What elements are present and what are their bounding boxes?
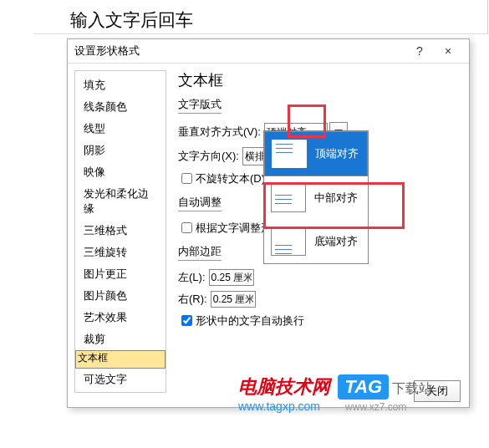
sidebar: 填充线条颜色线型阴影映像发光和柔化边缘三维格式三维旋转图片更正图片颜色艺术效果裁… — [74, 70, 166, 393]
help-button[interactable]: ? — [405, 42, 434, 60]
sidebar-item-11[interactable]: 裁剪 — [75, 328, 166, 350]
autofit-checkbox[interactable] — [181, 222, 192, 233]
dropdown-option-label: 顶端对齐 — [315, 146, 359, 161]
group-margin: 内部边距 — [178, 244, 222, 261]
titlebar: 设置形状格式 ? × — [68, 39, 469, 64]
watermark-tag: TAG — [338, 374, 389, 400]
sidebar-item-1[interactable]: 线条颜色 — [75, 96, 166, 118]
wrap-checkbox[interactable] — [181, 315, 192, 326]
autofit-label: 根据文字调整形 — [196, 221, 272, 236]
watermark-brand: 电脑技术网 — [238, 376, 330, 397]
highlight-dropdown — [288, 104, 326, 138]
group-text-layout: 文字版式 — [178, 97, 222, 114]
sidebar-item-0[interactable]: 填充 — [75, 74, 166, 96]
sidebar-item-5[interactable]: 发光和柔化边缘 — [75, 183, 166, 220]
divider — [33, 33, 489, 34]
page-header: 输入文字后回车 — [70, 8, 193, 32]
sidebar-item-3[interactable]: 阴影 — [75, 140, 166, 161]
no-rotate-label: 不旋转文本(D) — [196, 171, 265, 186]
divider — [487, 0, 488, 33]
margin-left-label: 左(L): — [178, 270, 206, 285]
valign-label: 垂直对齐方式(V): — [178, 125, 261, 140]
sidebar-item-13[interactable]: 可选文字 — [75, 369, 166, 390]
no-rotate-checkbox[interactable] — [181, 173, 192, 184]
sidebar-item-4[interactable]: 映像 — [75, 161, 166, 183]
close-button[interactable]: × — [434, 42, 462, 60]
sidebar-item-12[interactable]: 文本框 — [75, 350, 166, 369]
direction-label: 文字方向(X): — [178, 149, 239, 164]
highlight-middle-option — [263, 182, 405, 229]
group-autofit: 自动调整 — [178, 195, 222, 211]
margin-right-input[interactable] — [211, 291, 256, 308]
watermark-url2: www.xz7.com — [345, 401, 406, 413]
panel-title: 文本框 — [178, 70, 461, 90]
dialog-title: 设置形状格式 — [74, 43, 405, 59]
wrap-label: 形状中的文字自动换行 — [196, 313, 304, 328]
dropdown-option-0[interactable]: 顶端对齐 — [264, 131, 368, 176]
margin-right-label: 右(R): — [178, 292, 207, 307]
watermark-url1: www.tagxp.com — [238, 400, 320, 413]
margin-left-input[interactable] — [209, 269, 254, 286]
align-icon — [271, 227, 306, 256]
watermark-sub: 下载站 — [392, 381, 432, 395]
sidebar-item-7[interactable]: 三维旋转 — [75, 242, 166, 263]
dropdown-option-label: 底端对齐 — [314, 234, 358, 249]
align-icon — [272, 140, 307, 168]
sidebar-item-6[interactable]: 三维格式 — [75, 220, 166, 242]
sidebar-item-9[interactable]: 图片颜色 — [75, 285, 166, 307]
watermark: 电脑技术网 TAG 下载站 www.tagxp.com www.xz7.com — [238, 374, 432, 413]
sidebar-item-8[interactable]: 图片更正 — [75, 263, 166, 285]
sidebar-item-2[interactable]: 线型 — [75, 118, 166, 140]
sidebar-item-10[interactable]: 艺术效果 — [75, 307, 166, 328]
